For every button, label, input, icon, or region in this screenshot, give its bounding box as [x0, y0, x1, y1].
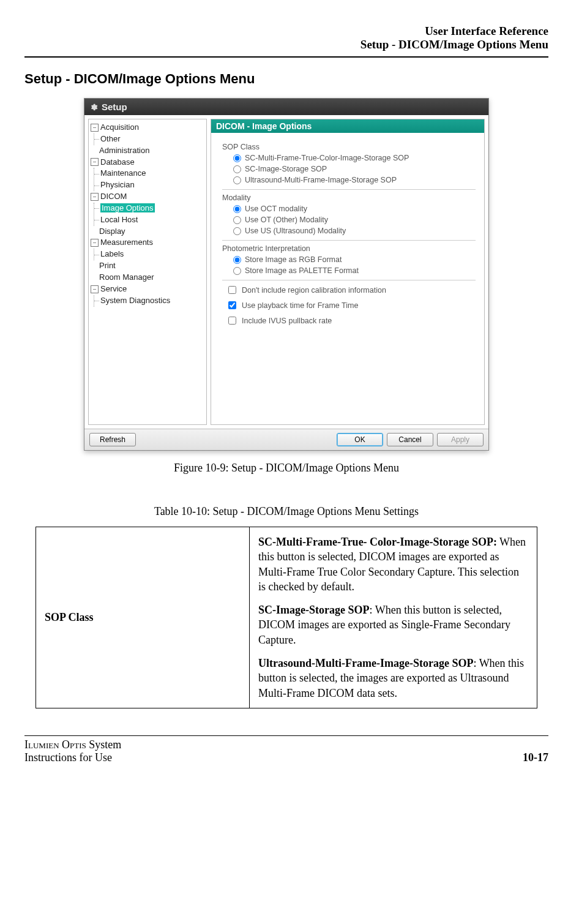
group-sop-class: SOP Class: [222, 143, 476, 151]
radio-sop-ultrasound[interactable]: Ultrasound-Multi-Frame-Image-Storage SOP: [233, 176, 476, 184]
dialog-body: –Acquisition Other Administration –Datab…: [84, 115, 488, 429]
separator: [222, 240, 476, 241]
checkbox-playback-time[interactable]: Use playback time for Frame Time: [226, 299, 476, 311]
tree-item-database[interactable]: –Database: [91, 157, 204, 168]
radio-modality-ot[interactable]: Use OT (Other) Modality: [233, 216, 476, 224]
collapse-icon[interactable]: –: [91, 158, 99, 166]
tree-item-service[interactable]: –Service: [91, 284, 204, 295]
table-caption: Table 10-10: Setup - DICOM/Image Options…: [24, 505, 548, 518]
tree-item-print[interactable]: Print: [91, 260, 204, 272]
tree-item-image-options[interactable]: Image Options: [94, 203, 204, 214]
group-modality: Modality: [222, 193, 476, 202]
radio-photo-palette[interactable]: Store Image as PALETTE Format: [233, 266, 476, 275]
section-title: Setup - DICOM/Image Options Menu: [24, 71, 548, 87]
checkbox-region-calibration[interactable]: Don't include region calibration informa…: [226, 284, 476, 296]
page-header: User Interface Reference Setup - DICOM/I…: [24, 24, 548, 51]
dialog-button-bar: Refresh OK Cancel Apply: [84, 429, 488, 450]
collapse-icon[interactable]: –: [91, 124, 99, 132]
radio-modality-us[interactable]: Use US (Ultrasound) Modality: [233, 227, 476, 235]
group-photometric: Photometric Interpretation: [222, 244, 476, 253]
refresh-button[interactable]: Refresh: [89, 433, 136, 446]
header-line-2: Setup - DICOM/Image Options Menu: [24, 38, 548, 51]
tree-item-other[interactable]: Other: [94, 133, 204, 145]
options-pane: DICOM - Image Options SOP Class SC-Multi…: [211, 119, 485, 425]
collapse-icon[interactable]: –: [91, 285, 99, 293]
pane-title: DICOM - Image Options: [211, 119, 484, 133]
gear-icon: [89, 103, 98, 111]
checkbox-ivus-pullback[interactable]: Include IVUS pullback rate: [226, 315, 476, 326]
tree-item-system-diagnostics[interactable]: System Diagnostics: [94, 295, 204, 307]
tree-item-maintenance[interactable]: Maintenance: [94, 168, 204, 179]
tree-item-room-manager[interactable]: Room Manager: [91, 272, 204, 284]
radio-sop-multiframe[interactable]: SC-Multi-Frame-True-Color-Image-Storage …: [233, 154, 476, 162]
footer-product: Ilumien Optis System Instructions for Us…: [24, 738, 121, 764]
page-number: 10-17: [523, 751, 548, 764]
footer-rule: [24, 735, 548, 736]
ok-button[interactable]: OK: [337, 433, 383, 446]
table-row: SOP Class SC-Multi-Frame-True- Color-Ima…: [36, 527, 537, 708]
tree-item-physician[interactable]: Physician: [94, 179, 204, 191]
tree-item-display[interactable]: Display: [91, 226, 204, 238]
dialog-titlebar: Setup: [84, 99, 488, 115]
tree-item-local-host[interactable]: Local Host: [94, 214, 204, 226]
tree-item-labels[interactable]: Labels: [94, 249, 204, 260]
tree-item-administration[interactable]: Administration: [91, 145, 204, 157]
cancel-button[interactable]: Cancel: [387, 433, 433, 446]
collapse-icon[interactable]: –: [91, 193, 99, 201]
dialog-title: Setup: [102, 102, 127, 112]
header-line-1: User Interface Reference: [24, 24, 548, 38]
apply-button[interactable]: Apply: [437, 433, 484, 446]
radio-sop-image-storage[interactable]: SC-Image-Storage SOP: [233, 165, 476, 173]
nav-tree: –Acquisition Other Administration –Datab…: [88, 119, 207, 425]
radio-photo-rgb[interactable]: Store Image as RGB Format: [233, 255, 476, 264]
header-rule: [24, 56, 548, 58]
cell-setting-description: SC-Multi-Frame-True- Color-Image-Storage…: [250, 527, 537, 708]
settings-table: SOP Class SC-Multi-Frame-True- Color-Ima…: [35, 527, 537, 708]
setup-dialog: Setup –Acquisition Other Administration …: [84, 98, 489, 451]
separator: [222, 280, 476, 280]
page-footer: Ilumien Optis System Instructions for Us…: [24, 735, 548, 764]
separator: [222, 189, 476, 190]
radio-modality-oct[interactable]: Use OCT modality: [233, 205, 476, 213]
tree-item-measurements[interactable]: –Measurements: [91, 237, 204, 249]
figure-caption: Figure 10-9: Setup - DICOM/Image Options…: [24, 462, 548, 475]
tree-item-dicom[interactable]: –DICOM: [91, 191, 204, 203]
figure-container: Setup –Acquisition Other Administration …: [24, 98, 548, 451]
collapse-icon[interactable]: –: [91, 239, 99, 247]
cell-setting-name: SOP Class: [36, 527, 250, 708]
tree-item-acquisition[interactable]: –Acquisition: [91, 122, 204, 133]
